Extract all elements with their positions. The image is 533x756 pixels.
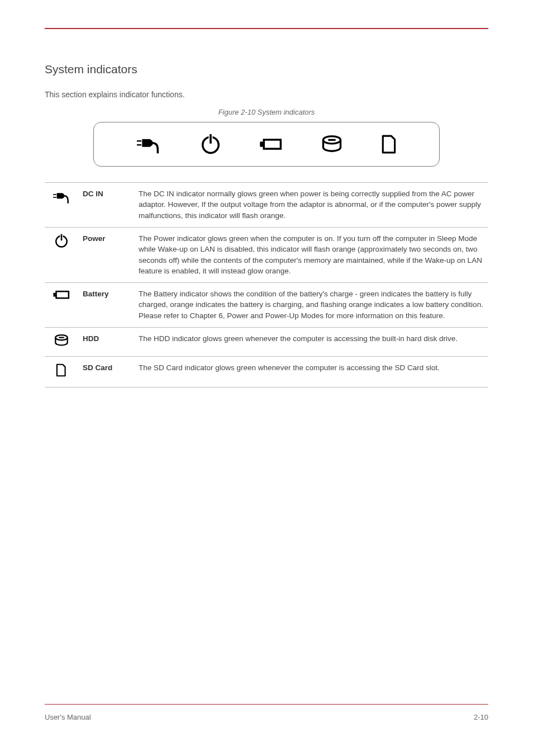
table-row: HDD The HDD indicator glows green whenev… xyxy=(45,327,488,357)
indicator-name: DC IN xyxy=(78,182,134,227)
table-row: Power The Power indicator glows green wh… xyxy=(45,227,488,282)
indicators-table: DC IN The DC IN indicator normally glows… xyxy=(45,182,488,388)
header-rule xyxy=(45,28,488,29)
indicator-name: HDD xyxy=(78,327,134,357)
plug-icon xyxy=(135,133,163,156)
indicator-name: SD Card xyxy=(78,357,134,388)
table-row: SD Card The SD Card indicator glows gree… xyxy=(45,357,488,388)
indicator-icon-panel xyxy=(93,122,440,167)
footer-left: User's Manual xyxy=(45,713,91,721)
page-footer: User's Manual 2-10 xyxy=(45,713,488,721)
figure-caption: Figure 2-10 System indicators xyxy=(45,108,488,116)
indicator-desc: The Power indicator glows green when the… xyxy=(134,227,488,282)
indicator-name: Battery xyxy=(78,282,134,327)
battery-icon xyxy=(52,295,71,304)
indicator-desc: The DC IN indicator normally glows green… xyxy=(134,182,488,227)
sd-card-icon xyxy=(380,133,398,156)
table-row: DC IN The DC IN indicator normally glows… xyxy=(45,182,488,227)
power-icon xyxy=(200,133,221,156)
indicator-desc: The HDD indicator glows green whenever t… xyxy=(134,327,488,357)
indicator-name: Power xyxy=(78,227,134,282)
footer-right: 2-10 xyxy=(474,713,488,721)
section-heading: System indicators xyxy=(45,63,488,76)
plug-icon xyxy=(51,199,72,207)
hdd-icon xyxy=(54,341,69,349)
footer-rule xyxy=(45,704,488,705)
indicator-desc: The SD Card indicator glows green whenev… xyxy=(134,357,488,388)
intro-text: This section explains indicator function… xyxy=(45,89,488,100)
manual-page: System indicators This section explains … xyxy=(0,0,533,756)
table-row: Battery The Battery indicator shows the … xyxy=(45,282,488,327)
power-icon xyxy=(54,242,69,251)
indicator-desc: The Battery indicator shows the conditio… xyxy=(134,282,488,327)
sd-card-icon xyxy=(55,371,68,380)
hdd-icon xyxy=(321,133,343,156)
battery-icon xyxy=(259,133,283,156)
